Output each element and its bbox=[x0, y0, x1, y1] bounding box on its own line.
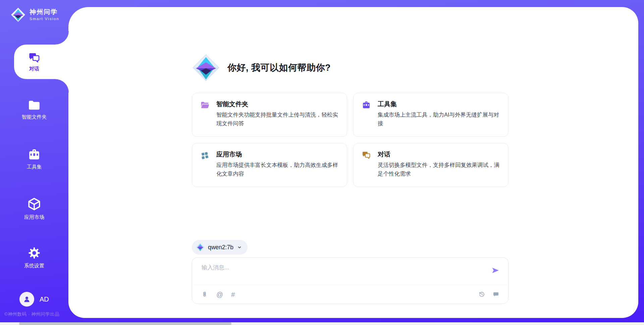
greeting: 你好, 我可以如何帮助你? bbox=[192, 54, 331, 82]
message-input[interactable] bbox=[201, 263, 484, 282]
brand-subtitle: Smart Vision bbox=[30, 17, 59, 21]
mention-icon[interactable]: @ bbox=[216, 291, 223, 298]
card-description: 应用市场提供丰富长文本模板，助力高效生成多样化文章内容 bbox=[216, 160, 340, 178]
card-description: 集成市场上主流工具，助力AI与外界无缝扩展与对接 bbox=[378, 110, 501, 128]
sidebar-item-label: 系统设置 bbox=[24, 263, 44, 269]
sidebar-item-label: 智能文件夹 bbox=[22, 114, 47, 120]
gem-logo-icon bbox=[196, 243, 205, 252]
horizontal-scrollbar bbox=[0, 322, 644, 325]
chat-bubbles-icon bbox=[28, 52, 41, 63]
card-toolset[interactable]: 工具集 集成市场上主流工具，助力AI与外界无缝扩展与对接 bbox=[353, 93, 508, 137]
send-button[interactable] bbox=[491, 266, 500, 275]
card-title: 对话 bbox=[378, 150, 390, 159]
card-title: 工具集 bbox=[378, 100, 397, 109]
gear-icon bbox=[28, 246, 41, 260]
chat-bubbles-icon bbox=[362, 151, 371, 160]
gem-logo-icon bbox=[11, 7, 25, 22]
user-initials: AD bbox=[40, 296, 49, 303]
sidebar-item-settings[interactable]: 系统设置 bbox=[0, 246, 68, 269]
model-name: qwen2:7b bbox=[208, 244, 233, 251]
toolbox-icon bbox=[362, 101, 371, 110]
gem-logo-icon bbox=[192, 54, 220, 82]
grid-cube-icon bbox=[200, 151, 210, 160]
message-composer: @ # bbox=[192, 257, 508, 304]
card-title: 智能文件夹 bbox=[216, 100, 248, 109]
sidebar-item-apps[interactable]: 应用市场 bbox=[0, 197, 68, 220]
sidebar-item-folders[interactable]: 智能文件夹 bbox=[0, 100, 68, 120]
card-app-market[interactable]: 应用市场 应用市场提供丰富长文本模板，助力高效生成多样化文章内容 bbox=[192, 143, 347, 187]
sidebar-item-label: 应用市场 bbox=[24, 214, 44, 220]
card-smart-folder[interactable]: 智能文件夹 智能文件夹功能支持批量文件上传与清洗，轻松实现文件问答 bbox=[192, 93, 347, 137]
send-icon bbox=[491, 266, 500, 275]
scrollbar-thumb[interactable] bbox=[19, 322, 231, 325]
toolbox-icon bbox=[27, 148, 41, 161]
quick-phrase-icon[interactable] bbox=[492, 291, 499, 298]
tab-fillet-bottom bbox=[55, 79, 69, 92]
sidebar-item-chat[interactable]: 对话 bbox=[14, 45, 69, 79]
card-chat[interactable]: 对话 灵活切换多模型文件，支持多样回复效果调试，满足个性化需求 bbox=[353, 143, 508, 187]
sidebar-item-label: 对话 bbox=[29, 66, 39, 72]
sidebar-item-label: 工具集 bbox=[27, 164, 42, 170]
model-selector[interactable]: qwen2:7b bbox=[192, 240, 248, 255]
card-title: 应用市场 bbox=[216, 150, 242, 159]
attachment-icon[interactable] bbox=[201, 291, 208, 298]
copyright-text: ©神州数码 · 神州问学出品 bbox=[4, 311, 59, 317]
greeting-title: 你好, 我可以如何帮助你? bbox=[227, 62, 331, 74]
sidebar-item-tools[interactable]: 工具集 bbox=[0, 148, 68, 170]
sidebar: 神州问学 Smart Vision 对话 智能文件夹 bbox=[0, 0, 68, 322]
card-description: 智能文件夹功能支持批量文件上传与清洗，轻松实现文件问答 bbox=[216, 110, 340, 128]
brand-logo: 神州问学 Smart Vision bbox=[11, 7, 59, 22]
person-icon bbox=[22, 295, 31, 304]
avatar bbox=[19, 292, 34, 307]
chevron-down-icon bbox=[237, 245, 242, 250]
folder-icon bbox=[28, 100, 41, 111]
card-description: 灵活切换多模型文件，支持多样回复效果调试，满足个性化需求 bbox=[378, 160, 501, 178]
user-account[interactable]: AD bbox=[19, 292, 49, 307]
history-icon[interactable] bbox=[478, 291, 485, 298]
tab-fillet-top bbox=[55, 31, 69, 45]
cube-icon bbox=[27, 197, 41, 211]
brand-name: 神州问学 bbox=[30, 9, 59, 16]
hashtag-icon[interactable]: # bbox=[231, 291, 235, 298]
open-folder-icon bbox=[200, 101, 210, 110]
